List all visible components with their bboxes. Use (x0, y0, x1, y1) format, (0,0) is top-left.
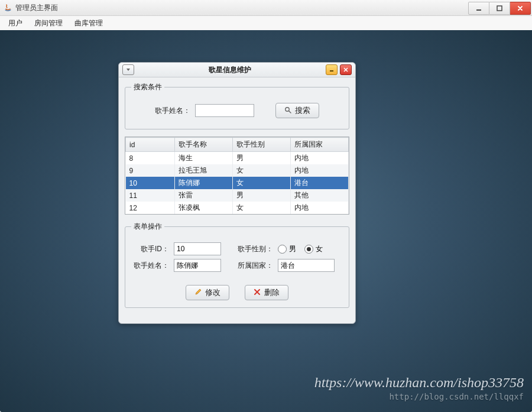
dialog-minimize-button[interactable] (326, 64, 338, 75)
mdi-client: 歌星信息维护 搜索条件 歌手姓名： (0, 30, 532, 412)
radio-female-label: 女 (316, 244, 323, 254)
search-button[interactable]: 搜索 (275, 103, 319, 118)
svg-point-3 (286, 107, 289, 111)
id-input[interactable] (174, 242, 221, 255)
svg-rect-2 (330, 70, 333, 72)
table-row[interactable]: 11张雷男其他 (126, 189, 349, 202)
search-icon (284, 106, 291, 115)
search-fieldset: 搜索条件 歌手姓名： 搜索 (125, 82, 349, 129)
svg-rect-1 (497, 6, 502, 11)
window-titlebar[interactable]: 管理员主界面 (0, 0, 532, 16)
delete-icon (254, 288, 261, 297)
close-button[interactable] (510, 2, 531, 15)
menu-song[interactable]: 曲库管理 (70, 17, 108, 30)
maximize-button[interactable] (489, 2, 510, 15)
window-title: 管理员主界面 (15, 3, 58, 13)
modify-button[interactable]: 修改 (186, 285, 229, 300)
search-name-input[interactable] (195, 104, 254, 117)
dialog-titlebar[interactable]: 歌星信息维护 (119, 63, 355, 77)
table-row[interactable]: 10陈俏娜女港台 (126, 177, 349, 189)
singer-table[interactable]: id 歌手名称 歌手性别 所属国家 8海生男内地9拉毛王旭女内地10陈俏娜女港台… (125, 137, 349, 215)
table-row[interactable]: 9拉毛王旭女内地 (126, 164, 349, 177)
dialog-close-button[interactable] (340, 64, 352, 75)
delete-button-label: 删除 (264, 287, 280, 298)
id-label: 歌手ID： (131, 244, 169, 254)
radio-female[interactable]: 女 (304, 244, 323, 254)
menu-room[interactable]: 房间管理 (30, 17, 67, 30)
form-fieldset: 表单操作 歌手ID： 歌手性别： 男 (125, 222, 349, 308)
col-sex[interactable]: 歌手性别 (232, 138, 290, 152)
pencil-icon (194, 288, 202, 297)
table-row[interactable]: 8海生男内地 (126, 152, 349, 165)
dialog-title: 歌星信息维护 (134, 65, 326, 75)
table-row[interactable]: 12张凌枫女内地 (126, 202, 349, 214)
watermark: https://www.huzhan.com/ishop33758 http:/… (314, 375, 524, 401)
main-window: 管理员主界面 用户 房间管理 曲库管理 歌星信息维护 (0, 0, 532, 412)
col-id[interactable]: id (126, 138, 175, 152)
svg-rect-0 (476, 9, 481, 11)
search-name-label: 歌手姓名： (155, 106, 190, 116)
menubar: 用户 房间管理 曲库管理 (0, 16, 532, 31)
dialog-system-menu-icon[interactable] (122, 64, 134, 75)
name-input[interactable] (174, 259, 221, 272)
singer-dialog: 歌星信息维护 搜索条件 歌手姓名： (118, 62, 356, 324)
delete-button[interactable]: 删除 (245, 285, 288, 300)
java-icon (4, 4, 12, 12)
col-country[interactable]: 所属国家 (290, 138, 348, 152)
country-input[interactable] (278, 259, 335, 272)
form-legend: 表单操作 (131, 222, 164, 232)
search-legend: 搜索条件 (131, 82, 164, 92)
col-name[interactable]: 歌手名称 (174, 138, 232, 152)
radio-male-label: 男 (289, 244, 296, 254)
country-label: 所属国家： (238, 261, 273, 271)
minimize-button[interactable] (468, 2, 489, 15)
menu-user[interactable]: 用户 (4, 17, 27, 30)
search-button-label: 搜索 (295, 105, 310, 116)
modify-button-label: 修改 (205, 287, 220, 298)
radio-male[interactable]: 男 (278, 244, 296, 254)
sex-label: 歌手性别： (238, 244, 273, 254)
name-label: 歌手姓名： (131, 261, 169, 271)
